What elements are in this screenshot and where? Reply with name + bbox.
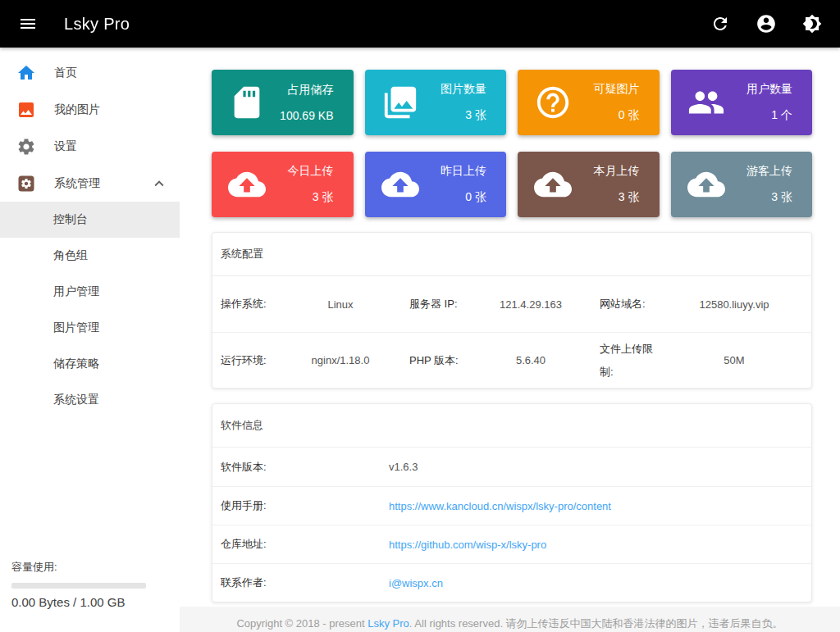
- stat-card-month-uploads: 本月上传 3 张: [518, 152, 660, 217]
- capacity-progressbar: [11, 583, 146, 589]
- cloud-upload-icon: [534, 166, 572, 203]
- sidebar-subitem-storage-strategy[interactable]: 储存策略: [0, 346, 180, 382]
- author-contact-link[interactable]: i@wispx.cn: [389, 577, 443, 589]
- sidebar-item-label: 系统管理: [54, 176, 100, 191]
- config-label: 操作系统:: [221, 293, 272, 315]
- system-config-panel: 系统配置 操作系统: Linux 服务器 IP: 121.4.29.163 网站…: [212, 232, 812, 389]
- table-row: 软件版本: v1.6.3: [212, 448, 811, 486]
- image-icon: [16, 100, 36, 120]
- cloud-upload-icon: [687, 166, 725, 203]
- info-label: 仓库地址:: [221, 537, 389, 552]
- info-label: 使用手册:: [221, 498, 389, 513]
- app-title: Lsky Pro: [64, 15, 130, 34]
- stat-card-guest-uploads: 游客上传 3 张: [671, 152, 813, 217]
- sidebar-subitem-label: 控制台: [53, 212, 88, 227]
- sidebar-subitem-image-management[interactable]: 图片管理: [0, 310, 180, 346]
- refresh-icon: [710, 14, 730, 34]
- stat-card-value: 0 张: [572, 108, 640, 123]
- sidebar-subitem-label: 储存策略: [53, 357, 99, 371]
- main-content: 占用储存 100.69 KB 图片数量 3 张: [180, 48, 840, 632]
- config-value: 5.6.40: [462, 354, 600, 366]
- account-button[interactable]: [748, 6, 784, 42]
- table-row: 仓库地址: https://github.com/wisp-x/lsky-pro: [212, 525, 811, 563]
- sd-card-icon: [228, 84, 266, 121]
- stat-card-value: 1 个: [725, 108, 793, 123]
- table-row: 操作系统: Linux 服务器 IP: 121.4.29.163 网站域名: 1…: [212, 276, 811, 332]
- table-row: 运行环境: nginx/1.18.0 PHP 版本: 5.6.40 文件上传限制…: [212, 332, 811, 388]
- sidebar-subitem-user-management[interactable]: 用户管理: [0, 274, 180, 310]
- capacity-usage-text: 0.00 Bytes / 1.00 GB: [11, 595, 168, 609]
- config-label: 文件上传限制:: [600, 338, 665, 383]
- config-value: Linux: [272, 298, 409, 311]
- copyright-text: . All rights reserved. 请勿上传违反中国大陆和香港法律的图…: [409, 617, 783, 630]
- sidebar-subitem-system-settings[interactable]: 系统设置: [0, 382, 180, 418]
- account-circle-icon: [756, 13, 777, 34]
- config-label: 运行环境:: [221, 349, 272, 371]
- appbar: Lsky Pro: [0, 0, 840, 48]
- info-label: 联系作者:: [221, 575, 389, 590]
- stat-card-title: 本月上传: [572, 164, 640, 179]
- sidebar: 首页 我的图片 设置 系统管理 控制台 角色组: [0, 48, 180, 632]
- home-icon: [16, 63, 36, 83]
- stat-card-title: 用户数量: [725, 82, 793, 97]
- sidebar-subitem-label: 角色组: [53, 248, 88, 263]
- stat-card-today-uploads: 今日上传 3 张: [212, 152, 354, 217]
- stat-card-value: 0 张: [419, 190, 487, 205]
- repository-link[interactable]: https://github.com/wisp-x/lsky-pro: [389, 539, 546, 551]
- copyright-text: Copyright © 2018 - present: [236, 617, 368, 630]
- brightness-icon: [802, 14, 822, 34]
- sidebar-subitem-label: 图片管理: [53, 321, 99, 335]
- cloud-upload-icon: [228, 166, 266, 203]
- sidebar-item-my-images[interactable]: 我的图片: [0, 91, 180, 128]
- config-label: PHP 版本:: [409, 349, 462, 371]
- sidebar-item-home[interactable]: 首页: [0, 54, 180, 91]
- config-value: nginx/1.18.0: [272, 354, 409, 366]
- chevron-up-icon: [150, 175, 168, 193]
- photo-library-icon: [381, 84, 419, 121]
- menu-button[interactable]: [10, 6, 46, 42]
- software-info-panel: 软件信息 软件版本: v1.6.3 使用手册: https://www.kanc…: [212, 403, 812, 602]
- stat-card-value: 3 张: [419, 108, 487, 123]
- table-row: 联系作者: i@wispx.cn: [212, 563, 811, 602]
- sidebar-item-label: 设置: [54, 139, 77, 154]
- sidebar-subitem-console[interactable]: 控制台: [0, 202, 180, 238]
- refresh-button[interactable]: [702, 6, 738, 42]
- capacity-label: 容量使用:: [11, 560, 168, 575]
- manual-link[interactable]: https://www.kancloud.cn/wispx/lsky-pro/c…: [389, 500, 611, 512]
- footer-brand-link[interactable]: Lsky Pro: [368, 617, 409, 630]
- stat-card-title: 占用储存: [266, 83, 334, 98]
- stat-card-value: 100.69 KB: [266, 109, 334, 122]
- stat-card-title: 昨日上传: [419, 164, 487, 179]
- gear-icon: [16, 137, 36, 157]
- hamburger-icon: [18, 14, 38, 34]
- config-value: 121.4.29.163: [462, 298, 600, 311]
- table-row: 使用手册: https://www.kancloud.cn/wispx/lsky…: [212, 486, 811, 525]
- stat-card-title: 今日上传: [266, 164, 334, 179]
- software-version: v1.6.3: [389, 461, 418, 473]
- footer: Copyright © 2018 - present Lsky Pro. All…: [180, 607, 840, 632]
- stat-card-value: 3 张: [572, 190, 640, 205]
- theme-toggle-button[interactable]: [794, 6, 830, 42]
- stat-card-storage: 占用储存 100.69 KB: [212, 70, 354, 135]
- stat-card-value: 3 张: [266, 190, 334, 205]
- cloud-upload-icon: [381, 166, 419, 203]
- stat-card-title: 图片数量: [419, 82, 487, 97]
- system-gear-icon: [16, 174, 36, 193]
- stat-card-yesterday-uploads: 昨日上传 0 张: [365, 152, 507, 217]
- config-value: 50M: [665, 354, 803, 366]
- sidebar-item-settings[interactable]: 设置: [0, 128, 180, 165]
- info-label: 软件版本:: [221, 460, 389, 475]
- config-value: 12580.liuyy.vip: [665, 298, 803, 311]
- stat-card-users: 用户数量 1 个: [671, 70, 813, 135]
- stat-card-title: 可疑图片: [572, 82, 640, 97]
- sidebar-subitem-role-groups[interactable]: 角色组: [0, 238, 180, 274]
- people-icon: [687, 84, 725, 121]
- sidebar-subitem-label: 系统设置: [53, 393, 99, 407]
- sidebar-subitem-label: 用户管理: [53, 284, 99, 299]
- stat-card-title: 游客上传: [725, 164, 793, 179]
- help-circle-icon: [534, 84, 572, 121]
- stat-card-image-count: 图片数量 3 张: [365, 70, 507, 135]
- sidebar-item-system-management[interactable]: 系统管理: [0, 165, 180, 202]
- panel-title: 系统配置: [212, 233, 811, 276]
- sidebar-item-label: 我的图片: [54, 102, 100, 117]
